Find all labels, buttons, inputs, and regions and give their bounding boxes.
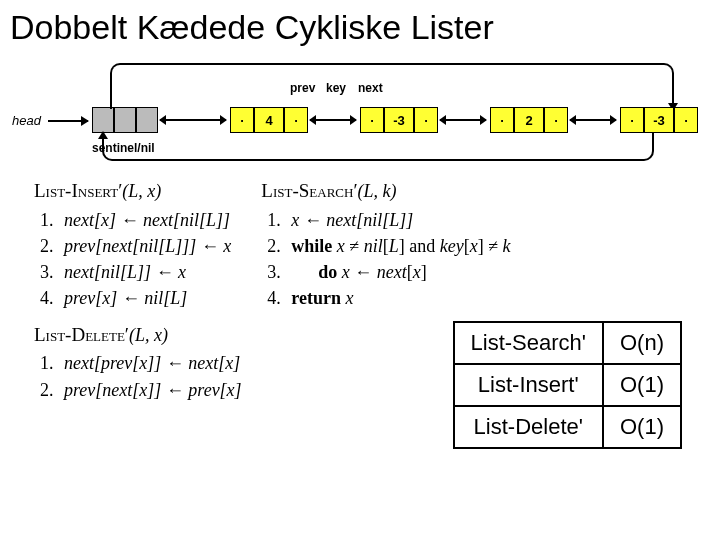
head-arrow [48, 120, 88, 122]
table-row: List-Insert' O(1) [454, 364, 681, 406]
time-cell: O(1) [603, 364, 681, 406]
algo-line: next[prev[x]] ← next[x] [58, 350, 242, 376]
op-cell: List-Delete' [454, 406, 603, 448]
head-label: head [12, 113, 41, 128]
algo-line: next[x] ← next[nil[L]] [58, 207, 231, 233]
node-key: 4 [254, 107, 284, 133]
algo-line: do x ← next[x] [285, 259, 510, 285]
algo-search: List-Search′(L, k) x ← next[nil[L]] whil… [261, 177, 510, 311]
list-node: ·-3· [620, 107, 698, 133]
algo-line: x ← next[nil[L]] [285, 207, 510, 233]
link-arrow [570, 119, 616, 121]
list-node: ·4· [230, 107, 308, 133]
link-arrow [160, 119, 226, 121]
algo-line: prev[next[x]] ← prev[x] [58, 377, 242, 403]
table-row: List-Delete' O(1) [454, 406, 681, 448]
table-row: List-Search' O(n) [454, 322, 681, 364]
sentinel-node [92, 107, 158, 133]
algo-line: while x ≠ nil[L] and key[x] ≠ k [285, 233, 510, 259]
loop-arc-bottom [102, 133, 654, 161]
page-title: Dobbelt Kædede Cykliske Lister [0, 0, 720, 51]
algo-insert: List-Insert′(L, x) next[x] ← next[nil[L]… [34, 177, 231, 311]
algo-params: (L, x) [129, 325, 168, 345]
link-arrow [440, 119, 486, 121]
time-cell: O(1) [603, 406, 681, 448]
algo-line: prev[next[nil[L]]] ← x [58, 233, 231, 259]
node-key: -3 [384, 107, 414, 133]
algo-line: return x [285, 285, 510, 311]
op-cell: List-Search' [454, 322, 603, 364]
list-node: ·-3· [360, 107, 438, 133]
op-cell: List-Insert' [454, 364, 603, 406]
algo-params: (L, x) [122, 181, 161, 201]
algo-name: List-Insert′ [34, 180, 122, 201]
node-key: -3 [644, 107, 674, 133]
list-diagram: head sentinel/nil prev key next ·4· ·-3·… [10, 57, 710, 167]
algo-line: next[nil[L]] ← x [58, 259, 231, 285]
complexity-table: List-Search' O(n) List-Insert' O(1) List… [453, 321, 682, 449]
list-node: ·2· [490, 107, 568, 133]
link-arrow [310, 119, 356, 121]
algo-params: (L, k) [358, 181, 397, 201]
time-cell: O(n) [603, 322, 681, 364]
algo-line: prev[x] ← nil[L] [58, 285, 231, 311]
algo-name: List-Search′ [261, 180, 357, 201]
node-key: 2 [514, 107, 544, 133]
algo-name: List-Delete′ [34, 324, 129, 345]
loop-arc-top [110, 63, 674, 109]
algo-delete: List-Delete′(L, x) next[prev[x]] ← next[… [34, 321, 242, 403]
